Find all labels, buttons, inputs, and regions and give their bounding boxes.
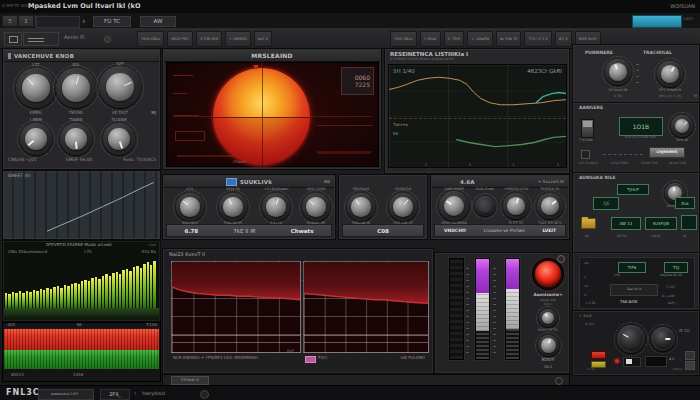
hardware-knob-1[interactable] [617, 325, 645, 353]
gain-knob-1[interactable] [439, 191, 469, 221]
toolbar-button[interactable]: 7R0! G8uv [390, 31, 417, 47]
list-icon[interactable] [23, 32, 59, 46]
titlebar-right-text: WOfSUAN [670, 4, 695, 10]
spectrum-bar [36, 291, 38, 308]
toolbar-button[interactable]: +- sOwRN [467, 31, 493, 47]
frame-icon[interactable] [4, 32, 22, 46]
drive-knob-1[interactable] [16, 68, 56, 108]
eq-knob-2[interactable] [219, 193, 247, 221]
gain-strip-panel: 4.6A + SsuzafLIN OWR KVMP Oufs Evwo +MBC… [430, 174, 570, 240]
meter-segment-silver [506, 289, 519, 329]
footer-circle-icon[interactable] [555, 377, 563, 385]
accent-button[interactable] [632, 15, 682, 28]
ranger-row-label-2: uFuovTHR0 [611, 162, 628, 165]
spectrum-bar [126, 269, 128, 308]
toolbar-group-left: 7R0v G8uv9020 PR3-5 T3R 8k8+ LMMEGIwLT 6 [137, 31, 272, 47]
hardware-icons[interactable]: i5 1O [679, 329, 690, 333]
toolbar-button[interactable]: 7R0v G8uv [137, 31, 164, 47]
toolbar-button[interactable]: 5 T3R 8k8 [196, 31, 222, 47]
titlebar: A-WM-TE WAS Mpasked Lvm Oul ltvarl lkl (… [0, 0, 700, 14]
menubar-wide-button[interactable] [36, 16, 80, 28]
right-knob-1[interactable] [605, 59, 631, 85]
gonio-lcd: 0060 7225 [341, 67, 374, 95]
io-button-1[interactable]: TIF6 [618, 262, 646, 273]
io-button-2[interactable]: T3J [664, 262, 688, 273]
drive-knob-4[interactable] [20, 123, 52, 155]
goniometer-display: 0060 7225 Otwen [166, 62, 379, 167]
eq-strip-panel: SUUKLIVk 40 A7IL MOX-TN +0 LSUVAawn (M/S… [162, 174, 336, 240]
drive-knob-2[interactable] [56, 68, 96, 108]
monitor-knob-2[interactable] [538, 335, 559, 356]
slope-graph-panel: GREET (k) [2, 170, 161, 240]
toolbar-button[interactable]: 9c 53b 7E [496, 31, 522, 47]
ranger-button[interactable]: CHJRRMHS [649, 147, 685, 158]
port-icon-2 [685, 361, 695, 370]
eq-knob-3[interactable] [262, 193, 290, 221]
preset-button-1[interactable]: TJHLP [617, 184, 649, 195]
gain-flat-button[interactable] [475, 196, 495, 216]
drive-knob-5[interactable] [60, 123, 92, 155]
analyzer-graph: SH 1/40 4623Cr GkRI 7am+a E6 1423 [388, 64, 567, 168]
drive-panel-header: VANCEHUVE KNOB [4, 50, 159, 62]
eq-knob-4[interactable] [302, 193, 330, 221]
spectrum-bar [26, 291, 28, 308]
spectrum-bar [91, 278, 93, 308]
flat-button-label: Oufs Evwo [476, 188, 494, 192]
statusbar-circle-icon[interactable] [200, 390, 209, 399]
drive-panel-title: VANCEHUVE KNOB [14, 53, 74, 59]
toolbar-button[interactable]: + 8kAV [420, 31, 441, 47]
right-knob-ticks [636, 61, 639, 83]
panel-marker-icon [8, 53, 11, 59]
mini-toggle[interactable] [623, 357, 641, 367]
monitor-red-button[interactable] [535, 261, 561, 287]
knob-part [478, 199, 492, 213]
footer-button[interactable]: Cheaw G [171, 376, 209, 385]
knob-footer-3: Fuso: TO3/0C5 [123, 158, 156, 163]
segment-1[interactable]: 5 [2, 15, 18, 27]
record-dot-icon[interactable] [104, 36, 111, 43]
gain-knob-3[interactable] [537, 193, 563, 219]
toolbar-button[interactable]: T75.! C'1.5 [524, 31, 551, 47]
knob-part [655, 331, 671, 347]
ranger-knob[interactable] [671, 115, 693, 137]
comp-strip-panel: SWvR4s8 GnlMATut SMILLW IB 7R3 L19-32 C0… [338, 174, 428, 240]
hardware-knob-2[interactable] [651, 327, 675, 351]
toolbar-button[interactable]: + LMMEGI [225, 31, 251, 47]
analyzer-subheader: S ROBNETRHEIR BLwvs kvateo wrthi [390, 58, 454, 62]
ranger-checkbox[interactable] [581, 150, 590, 159]
folder-icon[interactable] [581, 218, 596, 229]
preset-box-zuk[interactable]: Zuk [675, 197, 695, 209]
corner-dial-icon[interactable] [557, 255, 565, 263]
segment-2[interactable]: 1 [18, 15, 34, 27]
toolbar-button[interactable]: 9020 PR3- [167, 31, 193, 47]
right-knob-2[interactable] [657, 61, 683, 87]
menubar-button-fotc[interactable]: FO TC [93, 16, 131, 27]
eq-knob-1[interactable] [176, 193, 204, 221]
toolbar-button[interactable]: 4T(.S [555, 31, 572, 47]
spectrum-bars [5, 257, 157, 308]
drive-knob-3[interactable] [99, 66, 141, 108]
drive-knob-6[interactable] [103, 123, 135, 155]
io-box[interactable]: Taal IW IA [610, 284, 658, 296]
preset-green-box[interactable] [681, 215, 697, 230]
goniometer-title: MRSLEAIND [251, 52, 293, 59]
toolbar-button[interactable]: 5. T3(R [444, 31, 465, 47]
comp-knob-2[interactable] [389, 193, 417, 221]
toolbar-label: Aente FI [64, 35, 85, 41]
ranger-lcd-sub: Yrvb 9.2Tr GaWrTblN [624, 136, 655, 139]
io-t1: I/Y4 [614, 274, 620, 277]
gain-knob-2[interactable] [503, 193, 529, 219]
hardware-panel: + 3vLR w 3su i5 1O - 4 h rv au tpwvq [572, 310, 700, 376]
gonio-lcd-value-1: 0060 [355, 74, 370, 81]
link-icon [226, 178, 237, 186]
comp-knob-1[interactable] [347, 193, 375, 221]
statusbar-button[interactable]: weweuara CrRF - [38, 389, 94, 400]
preset-box-zuk-label: Zuk [681, 201, 689, 206]
menubar-button-aw[interactable]: AW [140, 16, 176, 27]
ranger-toggle[interactable] [581, 119, 594, 138]
monitor-knob-1[interactable] [539, 309, 557, 327]
right-top-header-left: PUNNNERE [585, 51, 613, 56]
spectrum-bar [29, 292, 31, 308]
toolbar-button[interactable]: wLT 6 [254, 31, 272, 47]
power-led [615, 359, 619, 363]
